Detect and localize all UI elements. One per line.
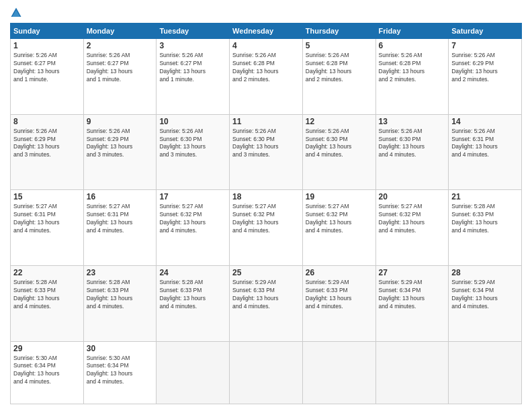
calendar-cell: 30Sunrise: 5:30 AM Sunset: 6:34 PM Dayli…: [83, 341, 157, 404]
cell-info: Sunrise: 5:28 AM Sunset: 6:33 PM Dayligh…: [13, 279, 81, 311]
calendar-cell: 15Sunrise: 5:27 AM Sunset: 6:31 PM Dayli…: [11, 190, 84, 266]
calendar-cell: 24Sunrise: 5:28 AM Sunset: 6:33 PM Dayli…: [157, 265, 230, 341]
cell-day-number: 14: [451, 117, 519, 126]
calendar-cell: [449, 341, 522, 404]
calendar-cell: 13Sunrise: 5:26 AM Sunset: 6:30 PM Dayli…: [375, 114, 449, 190]
weekday-header-friday: Friday: [375, 24, 449, 39]
cell-info: Sunrise: 5:27 AM Sunset: 6:32 PM Dayligh…: [306, 203, 373, 235]
cell-day-number: 26: [306, 268, 373, 277]
calendar-cell: 25Sunrise: 5:29 AM Sunset: 6:33 PM Dayli…: [230, 265, 303, 341]
cell-info: Sunrise: 5:26 AM Sunset: 6:27 PM Dayligh…: [159, 52, 226, 84]
calendar-cell: 28Sunrise: 5:29 AM Sunset: 6:34 PM Dayli…: [449, 265, 522, 341]
cell-info: Sunrise: 5:27 AM Sunset: 6:31 PM Dayligh…: [87, 203, 154, 235]
cell-day-number: 3: [159, 41, 226, 50]
calendar-cell: 3Sunrise: 5:26 AM Sunset: 6:27 PM Daylig…: [157, 39, 230, 115]
calendar-cell: 26Sunrise: 5:29 AM Sunset: 6:33 PM Dayli…: [302, 265, 375, 341]
cell-day-number: 28: [451, 268, 519, 277]
calendar-row-0: 1Sunrise: 5:26 AM Sunset: 6:27 PM Daylig…: [11, 39, 522, 115]
calendar-cell: 2Sunrise: 5:26 AM Sunset: 6:27 PM Daylig…: [83, 39, 157, 115]
calendar-row-2: 15Sunrise: 5:27 AM Sunset: 6:31 PM Dayli…: [11, 190, 522, 266]
calendar-cell: 9Sunrise: 5:26 AM Sunset: 6:29 PM Daylig…: [83, 114, 157, 190]
page: SundayMondayTuesdayWednesdayThursdayFrid…: [0, 0, 532, 411]
calendar-header-row: SundayMondayTuesdayWednesdayThursdayFrid…: [11, 24, 522, 39]
calendar-cell: [230, 341, 303, 404]
cell-info: Sunrise: 5:28 AM Sunset: 6:33 PM Dayligh…: [159, 279, 226, 311]
cell-day-number: 21: [451, 192, 519, 201]
cell-day-number: 25: [232, 268, 300, 277]
cell-day-number: 29: [13, 344, 81, 353]
cell-day-number: 4: [232, 41, 300, 50]
weekday-header-saturday: Saturday: [449, 24, 522, 39]
cell-info: Sunrise: 5:26 AM Sunset: 6:28 PM Dayligh…: [232, 52, 300, 84]
calendar-row-1: 8Sunrise: 5:26 AM Sunset: 6:29 PM Daylig…: [11, 114, 522, 190]
calendar-cell: [157, 341, 230, 404]
cell-day-number: 15: [13, 192, 81, 201]
calendar-cell: 11Sunrise: 5:26 AM Sunset: 6:30 PM Dayli…: [230, 114, 303, 190]
cell-day-number: 18: [232, 192, 300, 201]
cell-info: Sunrise: 5:30 AM Sunset: 6:34 PM Dayligh…: [87, 355, 154, 387]
weekday-header-monday: Monday: [83, 24, 157, 39]
cell-info: Sunrise: 5:26 AM Sunset: 6:30 PM Dayligh…: [159, 128, 226, 160]
cell-day-number: 8: [13, 117, 81, 126]
cell-info: Sunrise: 5:28 AM Sunset: 6:33 PM Dayligh…: [451, 203, 519, 235]
logo: [10, 7, 25, 19]
cell-day-number: 17: [159, 192, 226, 201]
cell-day-number: 6: [379, 41, 446, 50]
cell-day-number: 11: [232, 117, 300, 126]
calendar-cell: 20Sunrise: 5:27 AM Sunset: 6:32 PM Dayli…: [375, 190, 449, 266]
cell-info: Sunrise: 5:26 AM Sunset: 6:28 PM Dayligh…: [306, 52, 373, 84]
cell-info: Sunrise: 5:29 AM Sunset: 6:33 PM Dayligh…: [232, 279, 300, 311]
calendar-cell: 12Sunrise: 5:26 AM Sunset: 6:30 PM Dayli…: [302, 114, 375, 190]
calendar-cell: 19Sunrise: 5:27 AM Sunset: 6:32 PM Dayli…: [302, 190, 375, 266]
cell-day-number: 2: [87, 41, 154, 50]
cell-day-number: 20: [379, 192, 446, 201]
calendar-cell: 23Sunrise: 5:28 AM Sunset: 6:33 PM Dayli…: [83, 265, 157, 341]
cell-day-number: 16: [87, 192, 154, 201]
cell-day-number: 23: [87, 268, 154, 277]
cell-info: Sunrise: 5:29 AM Sunset: 6:34 PM Dayligh…: [379, 279, 446, 311]
calendar-cell: [375, 341, 449, 404]
cell-info: Sunrise: 5:26 AM Sunset: 6:29 PM Dayligh…: [87, 128, 154, 160]
calendar-cell: 4Sunrise: 5:26 AM Sunset: 6:28 PM Daylig…: [230, 39, 303, 115]
cell-info: Sunrise: 5:30 AM Sunset: 6:34 PM Dayligh…: [13, 355, 81, 387]
calendar-cell: 18Sunrise: 5:27 AM Sunset: 6:32 PM Dayli…: [230, 190, 303, 266]
cell-info: Sunrise: 5:27 AM Sunset: 6:32 PM Dayligh…: [159, 203, 226, 235]
cell-info: Sunrise: 5:29 AM Sunset: 6:33 PM Dayligh…: [306, 279, 373, 311]
cell-day-number: 30: [87, 344, 154, 353]
cell-info: Sunrise: 5:26 AM Sunset: 6:30 PM Dayligh…: [306, 128, 373, 160]
calendar-table: SundayMondayTuesdayWednesdayThursdayFrid…: [10, 23, 522, 404]
calendar-cell: 14Sunrise: 5:26 AM Sunset: 6:31 PM Dayli…: [449, 114, 522, 190]
calendar-cell: 21Sunrise: 5:28 AM Sunset: 6:33 PM Dayli…: [449, 190, 522, 266]
calendar-cell: 8Sunrise: 5:26 AM Sunset: 6:29 PM Daylig…: [11, 114, 84, 190]
cell-info: Sunrise: 5:29 AM Sunset: 6:34 PM Dayligh…: [451, 279, 519, 311]
calendar-row-3: 22Sunrise: 5:28 AM Sunset: 6:33 PM Dayli…: [11, 265, 522, 341]
cell-info: Sunrise: 5:28 AM Sunset: 6:33 PM Dayligh…: [87, 279, 154, 311]
cell-info: Sunrise: 5:26 AM Sunset: 6:29 PM Dayligh…: [451, 52, 519, 84]
cell-day-number: 27: [379, 268, 446, 277]
cell-info: Sunrise: 5:26 AM Sunset: 6:27 PM Dayligh…: [87, 52, 154, 84]
cell-info: Sunrise: 5:27 AM Sunset: 6:32 PM Dayligh…: [232, 203, 300, 235]
cell-day-number: 19: [306, 192, 373, 201]
cell-day-number: 5: [306, 41, 373, 50]
calendar-cell: 1Sunrise: 5:26 AM Sunset: 6:27 PM Daylig…: [11, 39, 84, 115]
calendar-cell: 7Sunrise: 5:26 AM Sunset: 6:29 PM Daylig…: [449, 39, 522, 115]
cell-info: Sunrise: 5:27 AM Sunset: 6:31 PM Dayligh…: [13, 203, 81, 235]
calendar-cell: 27Sunrise: 5:29 AM Sunset: 6:34 PM Dayli…: [375, 265, 449, 341]
cell-day-number: 12: [306, 117, 373, 126]
cell-day-number: 13: [379, 117, 446, 126]
logo-icon: [10, 7, 22, 19]
calendar-cell: 29Sunrise: 5:30 AM Sunset: 6:34 PM Dayli…: [11, 341, 84, 404]
calendar-cell: 17Sunrise: 5:27 AM Sunset: 6:32 PM Dayli…: [157, 190, 230, 266]
cell-info: Sunrise: 5:26 AM Sunset: 6:30 PM Dayligh…: [379, 128, 446, 160]
cell-info: Sunrise: 5:26 AM Sunset: 6:28 PM Dayligh…: [379, 52, 446, 84]
calendar-cell: 6Sunrise: 5:26 AM Sunset: 6:28 PM Daylig…: [375, 39, 449, 115]
weekday-header-tuesday: Tuesday: [157, 24, 230, 39]
weekday-header-wednesday: Wednesday: [230, 24, 303, 39]
calendar-cell: 5Sunrise: 5:26 AM Sunset: 6:28 PM Daylig…: [302, 39, 375, 115]
cell-day-number: 10: [159, 117, 226, 126]
cell-info: Sunrise: 5:26 AM Sunset: 6:31 PM Dayligh…: [451, 128, 519, 160]
calendar-cell: [302, 341, 375, 404]
weekday-header-sunday: Sunday: [11, 24, 84, 39]
calendar-cell: 10Sunrise: 5:26 AM Sunset: 6:30 PM Dayli…: [157, 114, 230, 190]
cell-day-number: 9: [87, 117, 154, 126]
